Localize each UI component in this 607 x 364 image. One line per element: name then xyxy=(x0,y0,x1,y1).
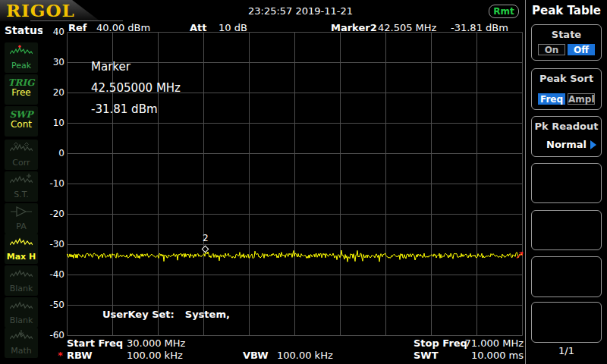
vbw-label: VBW xyxy=(243,350,269,361)
preamp-glyph xyxy=(10,206,33,218)
status-item-maxh: Max H xyxy=(5,234,38,264)
y-tick-label: -60 xyxy=(43,330,64,340)
y-tick-label: 40 xyxy=(43,27,64,37)
start-freq-value: 30.000 MHz xyxy=(127,337,185,349)
toggle-row: OnOff xyxy=(532,44,601,55)
menu-box-label: Peak Sort xyxy=(532,73,601,84)
rbw-value: 100.00 kHz xyxy=(127,350,183,361)
status-item-swp: SWPCont xyxy=(5,106,38,136)
marker-info-title: Marker xyxy=(91,56,181,77)
status-item-label: Max H xyxy=(5,253,38,261)
menu-title: Peak Table xyxy=(526,4,607,17)
swt-label: SWT xyxy=(414,350,439,361)
status-item-corr: Corr xyxy=(5,140,38,170)
status-item-label: Free xyxy=(5,89,38,97)
status-item-blank2: Blank xyxy=(5,297,38,328)
remote-mode-badge: Rmt xyxy=(489,5,519,18)
waveform-glyph xyxy=(10,236,33,249)
peak-sort-freq-button[interactable]: Freq xyxy=(538,93,565,105)
softkey-menu-panel: Peak Table StateOnOffPeak SortFreqAmplPk… xyxy=(525,0,607,364)
waveform-glyph xyxy=(10,268,33,281)
status-item-blank1: Blank xyxy=(5,265,38,296)
userkey-message: UserKey Set:System, xyxy=(102,309,230,320)
y-tick-label: 30 xyxy=(43,57,64,67)
menu-page-indicator: 1/1 xyxy=(526,345,607,356)
menu-box-empty-3 xyxy=(531,256,602,297)
status-item-st: S.T. xyxy=(5,171,38,202)
status-item-label: S.T. xyxy=(5,190,38,199)
marker-info-freq: 42.505000 MHz xyxy=(91,77,181,99)
rigol-logo: RIGOL xyxy=(6,0,75,20)
swp-text-icon: SWP xyxy=(5,109,38,120)
submenu-arrow-icon xyxy=(590,140,596,149)
state-on-button[interactable]: On xyxy=(538,44,565,55)
y-tick-label: 0 xyxy=(43,148,64,158)
menu-box-pk-readout[interactable]: Pk ReadoutNormal xyxy=(531,116,602,157)
status-item-label: Blank xyxy=(5,316,38,325)
status-title: Status xyxy=(5,24,43,36)
waveform-glyph xyxy=(10,330,33,343)
status-item-label: Math xyxy=(5,347,38,355)
status-item-math: Math xyxy=(5,328,38,358)
status-item-pa: PA xyxy=(5,203,38,234)
swt-value: 10.000 ms xyxy=(454,350,524,361)
userkey-label: UserKey Set: xyxy=(102,309,175,320)
status-item-trig: TRIGFree xyxy=(5,74,38,105)
rbw-label: RBW xyxy=(67,350,93,361)
clock-timestamp: 23:25:57 2019-11-21 xyxy=(248,5,353,17)
y-tick-label: -40 xyxy=(43,269,64,280)
toggle-row: FreqAmpl xyxy=(532,93,601,105)
y-tick-label: -50 xyxy=(43,300,64,310)
menu-box-peak-sort[interactable]: Peak SortFreqAmpl xyxy=(531,68,602,110)
y-tick-label: -30 xyxy=(43,239,64,249)
y-tick-label: 10 xyxy=(43,118,64,128)
status-item-label: PA xyxy=(5,222,38,231)
vbw-value: 100.00 kHz xyxy=(277,350,333,361)
status-item-label: Corr xyxy=(5,158,38,167)
status-sidebar: Status PeakTRIGFreeSWPCont Corr S.T.PA M… xyxy=(0,21,43,364)
stop-freq-value: 71.000 MHz xyxy=(454,337,524,349)
main-display: Ref 40.00 dBm Att 10 dB Marker2 42.505 M… xyxy=(42,21,526,364)
top-status-bar: RIGOL 23:25:57 2019-11-21 Rmt xyxy=(0,0,525,21)
y-tick-label: 20 xyxy=(43,87,64,98)
status-item-peak: Peak xyxy=(5,42,38,73)
status-item-label: Peak xyxy=(5,61,38,70)
status-item-label: Cont xyxy=(5,121,38,129)
status-item-label: Blank xyxy=(5,284,38,293)
rbw-coupled-star: * xyxy=(58,350,63,361)
userkey-value: System, xyxy=(185,309,230,320)
waveform-glyph xyxy=(10,174,33,187)
y-tick-label: -10 xyxy=(43,178,64,189)
spectrum-analyzer-screen: RIGOL 23:25:57 2019-11-21 Rmt Status Pea… xyxy=(0,0,607,364)
trig-text-icon: TRIG xyxy=(5,77,38,88)
menu-box-empty-1 xyxy=(531,163,602,203)
marker-info-ampl: -31.81 dBm xyxy=(91,99,181,120)
menu-box-empty-4 xyxy=(531,302,602,343)
start-freq-label: Start Freq xyxy=(67,337,123,349)
marker2-number-label: 2 xyxy=(203,233,209,243)
menu-box-label: Pk Readout xyxy=(532,121,601,132)
peak-sort-ampl-button[interactable]: Ampl xyxy=(568,93,595,105)
marker-info-block: Marker 42.505000 MHz -31.81 dBm xyxy=(91,56,181,120)
menu-box-label: State xyxy=(532,29,601,40)
waveform-glyph xyxy=(10,142,33,155)
menu-box-state[interactable]: StateOnOff xyxy=(531,24,602,61)
y-tick-label: -20 xyxy=(43,209,64,219)
waveform-glyph xyxy=(10,300,33,312)
menu-box-empty-2 xyxy=(531,210,602,250)
waveform-glyph xyxy=(10,45,33,58)
state-off-button[interactable]: Off xyxy=(568,44,595,55)
